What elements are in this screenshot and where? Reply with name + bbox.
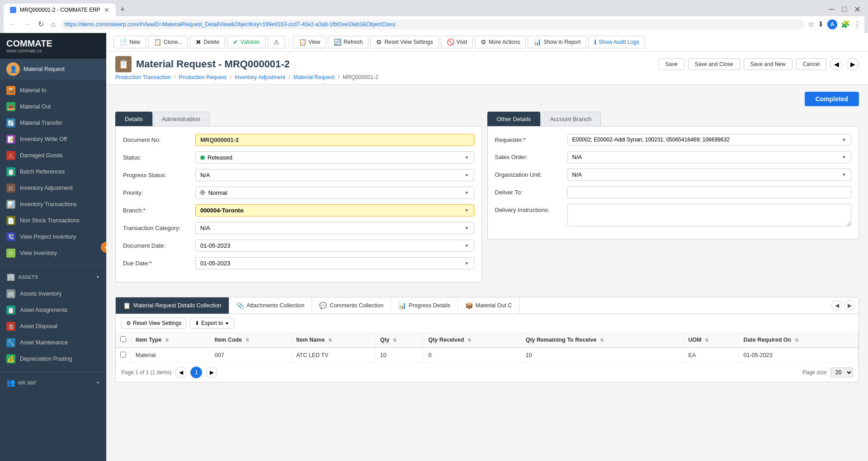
document-no-input[interactable] xyxy=(195,134,474,146)
pagination-prev-button[interactable]: ◀ xyxy=(175,367,187,378)
export-to-button[interactable]: ⬇ Export to ▼ xyxy=(190,318,234,329)
alert-button[interactable]: ⚠ xyxy=(268,36,285,48)
delete-button[interactable]: ✖ Delete xyxy=(190,36,225,48)
sidebar-item-material-in[interactable]: 📦 Material In xyxy=(0,82,106,99)
audit-logs-button[interactable]: ℹ Show Audit Logs xyxy=(588,36,645,48)
sidebar-item-asset-assignments[interactable]: 📋 Asset Assignments xyxy=(0,302,106,318)
col-item-name-sort-icon[interactable]: ⇅ xyxy=(328,338,332,343)
window-minimize[interactable]: ─ xyxy=(829,5,835,14)
sidebar-item-asset-disposal[interactable]: 🗑 Asset Disposal xyxy=(0,318,106,334)
breadcrumb-material-request[interactable]: Material Request xyxy=(293,74,335,80)
reload-button[interactable]: ↻ xyxy=(36,18,46,30)
clone-button[interactable]: 📋 Clone... xyxy=(148,36,188,48)
col-qty-sort-icon[interactable]: ⇅ xyxy=(393,338,396,343)
tab-account-branch[interactable]: Account Branch xyxy=(540,112,601,126)
show-report-button[interactable]: 📊 Show in Report xyxy=(528,36,586,48)
col-uom-sort-icon[interactable]: ⇅ xyxy=(705,338,708,343)
tab-details[interactable]: Details xyxy=(115,112,152,126)
tab-other-details[interactable]: Other Details xyxy=(487,112,541,126)
col-item-code-sort-icon[interactable]: ⇅ xyxy=(245,338,249,343)
bottom-tab-comments[interactable]: 💬 Comments Collection xyxy=(312,297,391,314)
back-button[interactable]: ← xyxy=(7,19,18,30)
col-item-type-sort-icon[interactable]: ⇅ xyxy=(165,338,169,343)
breadcrumb-production-request[interactable]: Production Request xyxy=(179,74,226,80)
bookmark-icon[interactable]: ☆ xyxy=(808,20,814,28)
sidebar-section-assets-header[interactable]: 🏢 Assets ▼ xyxy=(0,268,106,283)
breadcrumb-production-transaction[interactable]: Production Transaction xyxy=(115,74,171,80)
sidebar-item-non-stock-transactions[interactable]: 📄 Non Stock Transactions xyxy=(0,212,106,229)
sidebar-item-view-inventory[interactable]: 👁 View Inventory xyxy=(0,245,106,261)
document-date-input[interactable]: 01-05-2023 ▼ xyxy=(195,240,474,252)
inventory-transactions-icon: 📊 xyxy=(6,200,15,209)
sidebar-item-assets-inventory[interactable]: 🏢 Assets Inventory xyxy=(0,286,106,302)
sidebar-item-depreciation-posting[interactable]: 💰 Depreciation Posting xyxy=(0,351,106,367)
download-icon[interactable]: ⬇ xyxy=(818,20,824,28)
cancel-button[interactable]: Cancel xyxy=(796,58,826,70)
due-date-input[interactable]: 01-05-2023 ▼ xyxy=(195,257,474,269)
prev-record-button[interactable]: ◀ xyxy=(830,58,843,71)
reset-view-settings-button[interactable]: ⚙ Reset View Settings xyxy=(121,318,186,329)
sidebar-item-asset-maintenance[interactable]: 🔧 Asset Maintenance xyxy=(0,334,106,351)
sidebar-item-damaged-goods[interactable]: ⚠ Damaged Goods xyxy=(0,147,106,164)
menu-icon[interactable]: ⋮ xyxy=(854,20,861,28)
refresh-button[interactable]: 🔄 Refresh xyxy=(328,36,368,48)
forward-button[interactable]: → xyxy=(22,19,33,30)
priority-select[interactable]: Normal ▼ xyxy=(195,187,474,199)
sidebar-item-batch-references[interactable]: 📋 Batch References xyxy=(0,164,106,180)
tab-prev-button[interactable]: ◀ xyxy=(831,300,842,311)
page-size-input[interactable]: 20 50 100 xyxy=(830,367,853,377)
branch-select[interactable]: 000004-Toronto ▼ xyxy=(195,204,474,216)
col-qty-received-sort-icon[interactable]: ⇅ xyxy=(467,338,471,343)
tab-next-button[interactable]: ▶ xyxy=(844,300,855,311)
tab-administration[interactable]: Administratiion xyxy=(152,112,210,126)
view-button[interactable]: 📋 View xyxy=(293,36,326,48)
row-checkbox[interactable] xyxy=(120,352,126,358)
sidebar-item-material-out[interactable]: 📤 Material Out xyxy=(0,99,106,115)
home-button[interactable]: ⌂ xyxy=(49,19,57,30)
tab-close-button[interactable]: ✕ xyxy=(104,6,109,14)
sidebar-item-material-transfer[interactable]: 🔄 Material Transfer xyxy=(0,115,106,131)
bottom-tab-attachments[interactable]: 📎 Attachments Collection xyxy=(229,297,312,314)
sidebar-item-inventory-adjustment[interactable]: ⚖ Inventory Adjustment xyxy=(0,180,106,196)
pagination-page-1-button[interactable]: 1 xyxy=(190,367,202,378)
save-and-new-button[interactable]: Save and New xyxy=(744,58,793,70)
status-select[interactable]: Released ▼ xyxy=(195,151,474,164)
next-record-button[interactable]: ▶ xyxy=(846,58,859,71)
breadcrumb-inventory-adjustment[interactable]: Inventory Adjustment xyxy=(235,74,285,80)
progress-status-select[interactable]: N/A ▼ xyxy=(195,169,474,181)
validate-button[interactable]: ✔ Validate xyxy=(227,36,265,48)
browser-tab[interactable]: MRQ000001-2 - COMMATE ERP ✕ xyxy=(4,4,116,16)
window-close[interactable]: ✕ xyxy=(854,5,861,14)
bottom-tab-material-request-details[interactable]: 📋 Material Request Details Collection xyxy=(116,297,229,314)
delivery-instructions-textarea[interactable] xyxy=(567,204,852,226)
new-tab-button[interactable]: + xyxy=(116,3,130,16)
deliver-to-input[interactable] xyxy=(567,186,852,198)
extensions-icon[interactable]: 🧩 xyxy=(841,20,850,28)
bottom-tab-progress-details[interactable]: 📊 Progress Details xyxy=(391,297,458,314)
sidebar-item-inventory-write-off[interactable]: 📝 Inventory Write Off xyxy=(0,131,106,147)
toolbar-divider xyxy=(289,37,289,47)
new-button[interactable]: 📄 New xyxy=(113,36,146,48)
sidebar-item-inventory-transactions[interactable]: 📊 Inventory Transactions xyxy=(0,196,106,212)
void-button[interactable]: 🚫 Void xyxy=(441,36,473,48)
window-maximize[interactable]: □ xyxy=(842,5,847,14)
profile-icon[interactable]: A xyxy=(827,19,837,29)
save-button[interactable]: Save xyxy=(659,58,684,70)
sidebar-item-view-project-inventory[interactable]: 🏗 View Project Inventory xyxy=(0,229,106,245)
more-actions-button[interactable]: ⚙ More Actions xyxy=(475,36,526,48)
sidebar-section-hr-header[interactable]: 👥 HR 360° ▼ xyxy=(0,374,106,389)
col-date-required-sort-icon[interactable]: ⇅ xyxy=(795,338,798,343)
requester-select[interactable]: E00002; E00002-Addi Synan; 100231; 05065… xyxy=(567,134,852,146)
sidebar-user-section[interactable]: 👤 Material Request xyxy=(0,59,106,80)
organization-unit-select[interactable]: N/A ▼ xyxy=(567,169,852,181)
row-qty-received: 0 xyxy=(424,348,521,363)
save-and-close-button[interactable]: Save and Close xyxy=(688,58,740,70)
sales-order-select[interactable]: N/A ▼ xyxy=(567,151,852,163)
reset-view-button[interactable]: ⚙ Reset View Settings xyxy=(370,36,439,48)
address-bar[interactable] xyxy=(61,19,804,29)
select-all-checkbox[interactable] xyxy=(120,336,126,342)
transaction-category-select[interactable]: N/A ▼ xyxy=(195,222,474,234)
pagination-next-button[interactable]: ▶ xyxy=(206,367,217,378)
col-qty-remaining-sort-icon[interactable]: ⇅ xyxy=(600,338,604,343)
bottom-tab-material-out[interactable]: 📦 Material Out C xyxy=(458,297,520,314)
